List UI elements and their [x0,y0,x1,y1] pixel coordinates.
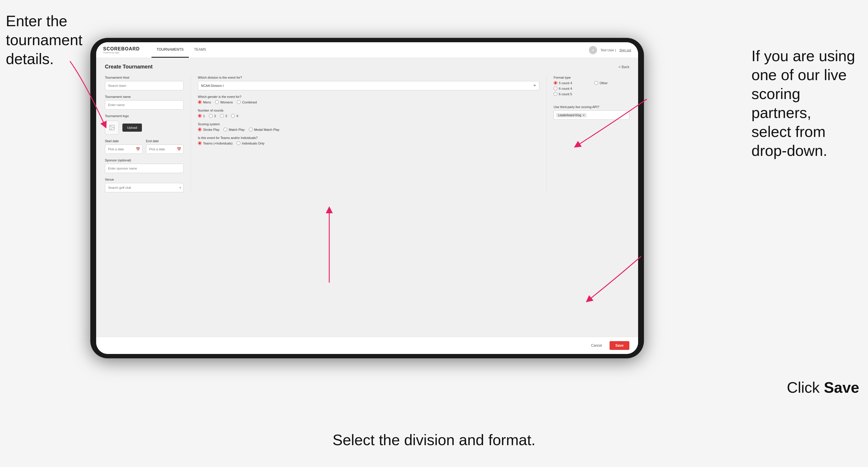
event-type-radio-group: Teams (+Individuals) Individuals Only [198,141,539,145]
upload-button[interactable]: Upload [122,124,142,132]
gender-mens-label: Mens [203,100,211,104]
rounds-4[interactable]: 4 [231,114,238,118]
live-scoring-input[interactable]: Leaderboard King ✕ [554,111,629,120]
event-teams-radio[interactable] [198,141,202,145]
event-individuals-label: Individuals Only [242,142,265,145]
divider-right [546,76,547,192]
tab-teams[interactable]: TEAMS [189,42,211,58]
tablet-screen: SCOREBOARD Powered by clippi TOURNAMENTS… [96,42,638,354]
sponsor-label: Sponsor (optional) [105,158,184,162]
annotation-if-text: If you are usingone of our livescoring p… [751,48,855,159]
scoring-stroke[interactable]: Stroke Play [198,128,219,131]
form-col-left: Tournament Host Tournament name Tourname… [105,76,184,192]
rounds-2-radio[interactable] [209,114,213,118]
end-date-wrapper: 📅 [146,145,184,154]
nav-logo: SCOREBOARD Powered by clippi [103,46,140,54]
rounds-4-label: 4 [236,114,238,118]
form-header: Create Tournament < Back [105,64,629,70]
scoring-match-radio[interactable] [223,128,227,131]
svg-point-1 [111,126,111,127]
format-other[interactable]: Other [594,81,629,85]
sponsor-group: Sponsor (optional) [105,158,184,173]
live-scoring-tag-close[interactable]: ✕ [583,114,585,117]
scoring-stroke-radio[interactable] [198,128,202,131]
format-type-grid: 5 count 4 Other 6 count 4 [554,81,629,96]
gender-womens[interactable]: Womens [215,100,233,104]
format-6count5[interactable]: 6 count 5 [554,92,589,96]
user-label: Test User | [600,49,616,52]
division-group: Which division is the event for? NCAA Di… [198,76,539,90]
scoring-medal[interactable]: Medal Match Play [249,128,279,131]
rounds-2[interactable]: 2 [209,114,216,118]
event-type-group: Is this event for Teams and/or Individua… [198,136,539,145]
end-date-label: End date [146,139,184,143]
format-6count4-label: 6 count 4 [559,87,572,90]
gender-combined-radio[interactable] [237,100,241,104]
cancel-button[interactable]: Cancel [587,341,607,350]
end-date-group: End date 📅 [146,139,184,154]
main-content: Create Tournament < Back Tournament Host… [96,58,638,337]
form-columns: Tournament Host Tournament name Tourname… [105,76,629,192]
gender-mens-radio[interactable] [198,100,202,104]
format-5count4[interactable]: 5 count 4 [554,81,589,85]
scoring-stroke-label: Stroke Play [203,128,219,131]
gender-womens-radio[interactable] [215,100,219,104]
format-other-label: Other [600,81,608,85]
gender-womens-label: Womens [220,100,233,104]
tournament-name-input[interactable] [105,100,184,110]
navbar: SCOREBOARD Powered by clippi TOURNAMENTS… [96,42,638,58]
scoring-match[interactable]: Match Play [223,128,244,131]
rounds-4-radio[interactable] [231,114,235,118]
gender-label: Which gender is the event for? [198,95,539,98]
event-teams[interactable]: Teams (+Individuals) [198,141,232,145]
rounds-3-radio[interactable] [220,114,224,118]
save-button[interactable]: Save [610,341,629,350]
rounds-3[interactable]: 3 [220,114,227,118]
live-scoring-tag-text: Leaderboard King [558,114,581,117]
format-6count4-radio[interactable] [554,87,557,90]
scoring-radio-group: Stroke Play Match Play Medal Match Play [198,128,539,131]
format-6count5-radio[interactable] [554,92,557,96]
app-container: SCOREBOARD Powered by clippi TOURNAMENTS… [96,42,638,354]
division-label: Which division is the event for? [198,76,539,79]
annotation-select-division: Select the division and format. [333,431,535,449]
logo-row: Upload [105,121,184,134]
signout-link[interactable]: Sign out [619,49,631,52]
form-title: Create Tournament [105,64,153,70]
live-scoring-group: Use third-party live scoring API? Leader… [554,105,629,120]
logo-placeholder [105,121,119,134]
annotation-enter-text: Enter thetournamentdetails. [6,12,83,67]
event-type-label: Is this event for Teams and/or Individua… [198,136,539,139]
annotation-select-text: Select the division and format. [333,432,535,448]
event-individuals[interactable]: Individuals Only [237,141,265,145]
format-5count4-radio[interactable] [554,81,557,85]
gender-combined[interactable]: Combined [237,100,257,104]
annotation-click-prefix: Click [787,379,824,396]
tournament-logo-label: Tournament logo [105,114,184,118]
form-col-right: Format type 5 count 4 Other 6 count 4 [554,76,629,192]
tournament-name-label: Tournament name [105,95,184,98]
format-other-radio[interactable] [594,81,598,85]
live-scoring-tag: Leaderboard King ✕ [556,113,587,117]
format-6count4[interactable]: 6 count 4 [554,87,589,90]
back-button[interactable]: < Back [619,65,629,69]
event-individuals-radio[interactable] [237,141,240,145]
annotation-click-bold: Save [824,379,859,396]
tournament-host-input[interactable] [105,81,184,90]
rounds-1-radio[interactable] [198,114,202,118]
rounds-radio-group: 1 2 3 4 [198,114,539,118]
venue-label: Venue [105,178,184,181]
tournament-name-group: Tournament name [105,95,184,110]
rounds-1-label: 1 [203,114,205,118]
format-6count5-label: 6 count 5 [559,92,572,96]
rounds-1[interactable]: 1 [198,114,205,118]
division-select[interactable]: NCAA Division I [198,81,539,90]
venue-input[interactable] [105,183,184,192]
scoring-group: Scoring system Stroke Play Match Play Me… [198,122,539,131]
gender-mens[interactable]: Mens [198,100,211,104]
rounds-2-label: 2 [214,114,216,118]
sponsor-input[interactable] [105,164,184,173]
tab-tournaments[interactable]: TOURNAMENTS [152,42,189,58]
scoring-label: Scoring system [198,122,539,126]
scoring-medal-radio[interactable] [249,128,253,131]
